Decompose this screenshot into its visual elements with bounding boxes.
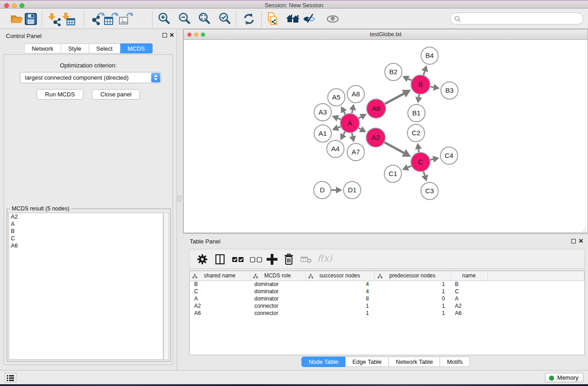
open-session-icon[interactable] xyxy=(10,12,24,26)
graph-edge-C-C2[interactable] xyxy=(419,149,419,152)
main-toolbar xyxy=(0,9,588,29)
zoom-fit-icon[interactable] xyxy=(197,12,212,26)
search-input[interactable] xyxy=(463,14,578,23)
toolbar-separator xyxy=(84,11,84,27)
mcds-result-groupbox: MCDS result (5 nodes) A2ABCA6 xyxy=(7,209,171,362)
table-cell: 8 xyxy=(305,295,374,302)
close-panel-icon[interactable]: ✕ xyxy=(169,32,174,38)
table-mode-icon[interactable] xyxy=(213,253,227,266)
graph-edge-A-A5[interactable] xyxy=(344,112,345,114)
tab-node-table[interactable]: Node Table xyxy=(301,357,346,367)
tab-mcds[interactable]: MCDS xyxy=(120,43,153,53)
show-hide-eye-icon[interactable] xyxy=(325,12,340,26)
memory-label: Memory xyxy=(557,374,578,381)
import-network-icon[interactable] xyxy=(47,12,62,26)
duplicate-network-icon[interactable] xyxy=(266,12,280,26)
graph-edge-arrowhead xyxy=(349,104,356,111)
mcds-result-item[interactable]: A6 xyxy=(9,242,163,249)
column-header-name[interactable]: name xyxy=(450,271,488,281)
home-icon[interactable] xyxy=(286,12,300,26)
graph-node-label: A1 xyxy=(319,129,327,137)
mcds-panel: Optimization criterion: largest connecte… xyxy=(4,54,173,365)
table-header-row: shared nameMCDS rolesuccessor nodesprede… xyxy=(190,271,584,281)
task-history-button[interactable] xyxy=(5,373,16,382)
refresh-icon[interactable] xyxy=(242,12,256,26)
graph-edge-A-A6[interactable] xyxy=(359,117,361,118)
mcds-result-item[interactable]: C xyxy=(9,235,163,242)
table-row[interactable]: A6connector11A6 xyxy=(190,310,584,317)
tab-edge-table[interactable]: Edge Table xyxy=(345,357,389,367)
criterion-dropdown[interactable]: largest connected component (directed) xyxy=(20,72,161,83)
run-mcds-button[interactable]: Run MCDS xyxy=(37,89,84,100)
split-pane-handle[interactable] xyxy=(177,195,181,202)
table-row[interactable]: Bdominator41B xyxy=(190,281,584,288)
graph-edge-B-B2[interactable] xyxy=(408,79,411,81)
graph-node-label: C1 xyxy=(388,170,397,177)
tab-select[interactable]: Select xyxy=(89,43,120,53)
graph-edge-A-A3[interactable] xyxy=(338,118,340,119)
select-all-checkboxes-icon[interactable] xyxy=(231,253,245,266)
graph-edge-A-A2[interactable] xyxy=(359,128,361,129)
export-network-icon[interactable] xyxy=(91,12,105,26)
tab-motifs[interactable]: Motifs xyxy=(440,357,470,367)
result-list-scrollbar[interactable] xyxy=(163,213,169,360)
zoom-selected-icon[interactable] xyxy=(218,12,232,26)
graph-edge-A2-C[interactable] xyxy=(384,143,404,153)
network-window-title: testGlobe.txt xyxy=(184,31,588,38)
graph-edge-C-C1[interactable] xyxy=(408,166,411,167)
save-session-icon[interactable] xyxy=(24,12,38,26)
graph-edge-C-C4[interactable] xyxy=(430,159,433,160)
network-canvas[interactable]: B4B2BB3A5A8A6B1A3AA1C2A2A4A7C4CC1C3DD1 xyxy=(184,40,588,233)
mcds-result-item[interactable]: A2 xyxy=(9,213,163,220)
table-row[interactable]: A2connector11A2 xyxy=(190,302,584,310)
tab-style[interactable]: Style xyxy=(61,43,89,53)
graph-edge-A-A7[interactable] xyxy=(352,133,352,136)
graph-node-label: A xyxy=(348,119,352,127)
column-header-shared-name[interactable]: shared name xyxy=(190,271,250,281)
control-panel: Control Panel ✕ NetworkStyleSelectMCDS O… xyxy=(0,29,177,370)
export-image-icon[interactable] xyxy=(119,12,133,26)
table-close-panel-icon[interactable]: ✕ xyxy=(578,238,583,244)
graph-edge-C-C3[interactable] xyxy=(424,172,425,176)
status-bar: Memory xyxy=(0,370,588,384)
memory-button[interactable]: Memory xyxy=(545,373,583,382)
toolbar-separator xyxy=(42,11,42,27)
add-column-icon[interactable] xyxy=(265,253,279,266)
deselect-all-checkboxes-icon[interactable] xyxy=(249,253,263,266)
graph-node-label: C4 xyxy=(445,152,453,159)
column-header-MCDS-role[interactable]: MCDS role xyxy=(250,271,305,281)
graph-edge-A-A8[interactable] xyxy=(352,110,352,113)
mcds-result-item[interactable]: A xyxy=(9,220,163,228)
graphics-details-icon[interactable] xyxy=(302,12,316,26)
graph-edge-B-B3[interactable] xyxy=(430,86,434,87)
mcds-result-item[interactable]: B xyxy=(9,228,163,235)
graph-edge-A6-B[interactable] xyxy=(385,94,404,104)
graph-edge-A-A1[interactable] xyxy=(338,127,340,128)
table-cell: 4 xyxy=(305,281,374,288)
table-toolbar: f(x) xyxy=(189,249,585,269)
graph-node-label: B1 xyxy=(412,109,421,117)
tab-network-table[interactable]: Network Table xyxy=(389,357,440,367)
graph-node-label: B3 xyxy=(445,86,454,94)
table-row[interactable]: Cdominator41C xyxy=(190,288,584,295)
tab-network[interactable]: Network xyxy=(24,43,61,53)
column-settings-gear-icon[interactable] xyxy=(196,253,209,266)
table-body: Bdominator41BCdominator41CAdominator80AA… xyxy=(190,281,584,317)
export-table-icon[interactable] xyxy=(104,12,118,26)
close-panel-button[interactable]: Close panel xyxy=(92,89,140,100)
zoom-in-icon[interactable] xyxy=(157,12,172,26)
column-header-predecessor-nodes[interactable]: predecessor nodes xyxy=(374,271,450,281)
graph-node-label: A3 xyxy=(319,108,327,116)
zoom-out-icon[interactable] xyxy=(177,12,192,26)
table-cell: A6 xyxy=(450,310,488,317)
float-window-icon[interactable] xyxy=(163,33,167,38)
graph-edge-B-B1[interactable] xyxy=(419,95,419,97)
delete-column-trash-icon[interactable] xyxy=(282,253,296,266)
column-header-successor-nodes[interactable]: successor nodes xyxy=(305,271,374,281)
graph-edge-B-B4[interactable] xyxy=(424,71,425,75)
graph-node-label: A7 xyxy=(352,148,360,156)
table-row[interactable]: Adominator80A xyxy=(190,295,584,302)
graph-edge-A-A4[interactable] xyxy=(344,132,345,135)
import-table-icon[interactable] xyxy=(61,12,76,26)
table-float-window-icon[interactable] xyxy=(571,239,576,243)
